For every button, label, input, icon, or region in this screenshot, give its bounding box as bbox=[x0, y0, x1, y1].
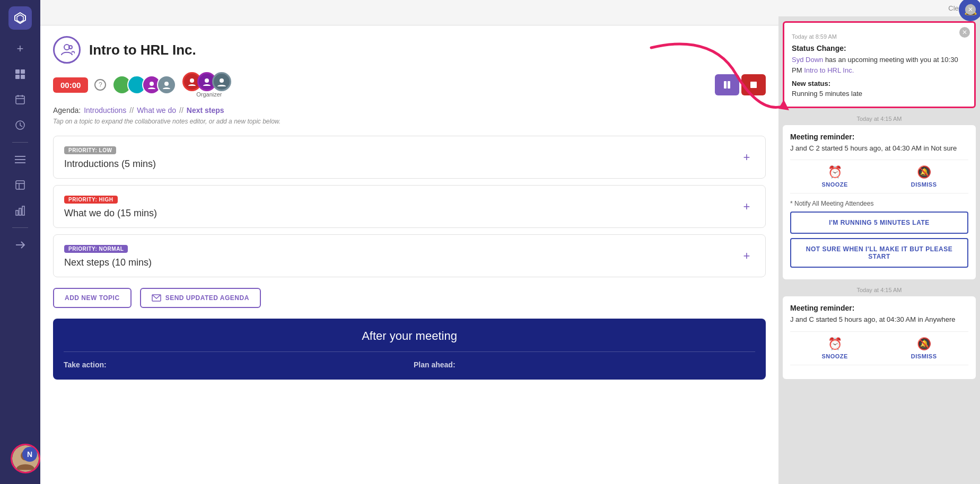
take-action-col: Take action: bbox=[64, 360, 405, 369]
dismiss-label-2: DISMISS bbox=[911, 353, 937, 359]
meeting-area: Intro to HRL Inc. 00:00 ? bbox=[40, 25, 778, 484]
topic-title-1: Introductions (5 mins) bbox=[64, 159, 156, 170]
svg-point-26 bbox=[220, 78, 224, 83]
after-meeting-grid: Take action: Plan ahead: bbox=[64, 351, 755, 369]
help-icon[interactable]: ? bbox=[94, 79, 106, 91]
notif-close-1[interactable]: ✕ bbox=[959, 27, 970, 38]
plan-ahead-col: Plan ahead: bbox=[414, 360, 755, 369]
expand-topic-3[interactable]: + bbox=[739, 248, 755, 264]
main-content: Intro to HRL Inc. 00:00 ? bbox=[40, 0, 778, 484]
sidebar-item-history[interactable] bbox=[10, 115, 31, 136]
reminder-title-1: Meeting reminder: bbox=[790, 133, 968, 141]
agenda-item-next-steps[interactable]: Next steps bbox=[187, 106, 224, 115]
svg-point-22 bbox=[150, 82, 154, 86]
svg-point-21 bbox=[69, 46, 72, 49]
topic-left-1: PRIORITY: LOW Introductions (5 mins) bbox=[64, 145, 156, 170]
meeting-title: Intro to HRL Inc. bbox=[89, 42, 196, 58]
agenda-item-introductions[interactable]: Introductions bbox=[84, 106, 126, 115]
avatar-4 bbox=[157, 75, 176, 94]
snooze-icon-2: ⏰ bbox=[828, 337, 842, 351]
snooze-label-2: SNOOZE bbox=[821, 353, 847, 359]
notif-timestamp-3: Today at 4:15 AM bbox=[778, 284, 980, 296]
add-new-topic-button[interactable]: ADD NEW TOPIC bbox=[53, 288, 132, 308]
dismiss-label-1: DISMISS bbox=[911, 181, 937, 188]
sidebar-item-dashboard[interactable] bbox=[10, 64, 31, 85]
n-badge[interactable]: N bbox=[22, 447, 37, 462]
snooze-icon-1: ⏰ bbox=[828, 165, 842, 179]
send-updated-agenda-button[interactable]: SEND UPDATED AGENDA bbox=[140, 288, 261, 308]
notif-card-reminder-1: ✕ Meeting reminder: J and C 2 started 5 … bbox=[783, 125, 976, 280]
not-sure-button[interactable]: NOT SURE WHEN I'LL MAKE IT BUT PLEASE ST… bbox=[790, 238, 968, 268]
svg-point-25 bbox=[205, 78, 209, 83]
notif-card-reminder-2: ✕ Meeting reminder: J and C started 5 ho… bbox=[783, 296, 976, 379]
app-logo[interactable] bbox=[8, 6, 32, 30]
svg-rect-5 bbox=[16, 96, 24, 104]
sidebar-item-add[interactable]: + bbox=[10, 38, 31, 59]
reminder-actions-2: ⏰ SNOOZE 🔕 DISMISS bbox=[790, 331, 968, 365]
svg-rect-4 bbox=[21, 75, 25, 79]
notif-timestamp-2: Today at 4:15 AM bbox=[778, 112, 980, 125]
snooze-label-1: SNOOZE bbox=[821, 181, 847, 188]
svg-point-24 bbox=[190, 78, 194, 83]
reminder-actions-1: ⏰ SNOOZE 🔕 DISMISS bbox=[790, 160, 968, 193]
avatar-group-organizer bbox=[182, 72, 231, 91]
end-button[interactable] bbox=[741, 74, 766, 95]
notif-link-person[interactable]: Syd Down bbox=[792, 56, 823, 64]
running-late-button[interactable]: I'M RUNNING 5 MINUTES LATE bbox=[790, 212, 968, 234]
notification-list: Today at 8:59 AM ✕ Status Change: Syd Do… bbox=[778, 17, 980, 484]
action-buttons: ADD NEW TOPIC SEND UPDATED AGENDA bbox=[53, 288, 766, 308]
topic-left-3: PRIORITY: NORMAL Next steps (10 mins) bbox=[64, 243, 152, 268]
svg-rect-3 bbox=[15, 75, 20, 79]
notif-timestamp-1: Today at 8:59 AM bbox=[792, 33, 967, 40]
expand-topic-2[interactable]: + bbox=[739, 199, 755, 215]
sidebar-item-analytics[interactable] bbox=[10, 200, 31, 221]
sidebar: + bbox=[0, 0, 40, 484]
svg-rect-16 bbox=[16, 210, 18, 215]
notif-link-meeting[interactable]: Intro to HRL Inc. bbox=[804, 66, 854, 74]
expand-topic-1[interactable]: + bbox=[739, 149, 755, 165]
priority-badge-1: PRIORITY: LOW bbox=[64, 146, 116, 154]
topic-card-2[interactable]: PRIORITY: HIGH What we do (15 mins) + bbox=[53, 185, 766, 228]
topic-left-2: PRIORITY: HIGH What we do (15 mins) bbox=[64, 194, 157, 219]
dismiss-icon-2: 🔕 bbox=[917, 337, 931, 351]
avatar-organizer-3 bbox=[212, 72, 231, 91]
sidebar-item-templates[interactable] bbox=[10, 174, 31, 196]
organizer-label: Organizer bbox=[196, 91, 222, 98]
sidebar-divider-2 bbox=[12, 227, 28, 228]
priority-badge-2: PRIORITY: HIGH bbox=[64, 196, 118, 204]
pause-button[interactable] bbox=[715, 74, 739, 95]
organizer-section: Organizer bbox=[182, 72, 231, 98]
sidebar-item-calendar[interactable] bbox=[10, 89, 31, 110]
agenda-sep-2: // bbox=[179, 106, 183, 115]
snooze-button-1[interactable]: ⏰ SNOOZE bbox=[821, 165, 847, 188]
topic-card-3[interactable]: PRIORITY: NORMAL Next steps (10 mins) + bbox=[53, 234, 766, 277]
add-topic-label: ADD NEW TOPIC bbox=[65, 294, 120, 302]
agenda-item-what-we-do[interactable]: What we do bbox=[137, 106, 176, 115]
timer-display: 00:00 bbox=[53, 77, 88, 93]
notif-card-status-change: Today at 8:59 AM ✕ Status Change: Syd Do… bbox=[783, 21, 976, 108]
meeting-header: Intro to HRL Inc. bbox=[53, 36, 766, 64]
send-agenda-label: SEND UPDATED AGENDA bbox=[165, 294, 249, 302]
sidebar-item-menu[interactable] bbox=[10, 149, 31, 170]
take-action-label: Take action: bbox=[64, 360, 405, 369]
top-bar bbox=[40, 0, 778, 25]
after-meeting-section: After your meeting Take action: Plan ahe… bbox=[53, 319, 766, 380]
reminder-title-2: Meeting reminder: bbox=[790, 304, 968, 312]
notif-body-status: Syd Down has an upcoming meeting with yo… bbox=[792, 55, 967, 75]
reminder-body-1: J and C 2 started 5 hours ago, at 04:30 … bbox=[790, 143, 968, 154]
notification-panel: Clear all 🔔 Today at 8:59 AM ✕ Status Ch… bbox=[778, 0, 980, 484]
agenda-hint: Tap on a topic to expand the collaborati… bbox=[53, 118, 766, 125]
reminder-body-text-1: J and C 2 started 5 hours ago, at 04:30 … bbox=[790, 144, 957, 152]
sidebar-item-forward[interactable] bbox=[10, 234, 31, 256]
sidebar-divider-1 bbox=[12, 142, 28, 143]
svg-rect-18 bbox=[22, 206, 24, 215]
dismiss-button-2[interactable]: 🔕 DISMISS bbox=[911, 337, 937, 359]
agenda-sep-1: // bbox=[129, 106, 134, 115]
record-buttons bbox=[715, 74, 766, 95]
notif-new-status-value: Running 5 minutes late bbox=[792, 89, 967, 99]
svg-rect-28 bbox=[728, 81, 730, 89]
topic-card-1[interactable]: PRIORITY: LOW Introductions (5 mins) + bbox=[53, 136, 766, 179]
snooze-button-2[interactable]: ⏰ SNOOZE bbox=[821, 337, 847, 359]
agenda-breadcrumb: Agenda: Introductions // What we do // N… bbox=[53, 106, 766, 115]
dismiss-button-1[interactable]: 🔕 DISMISS bbox=[911, 165, 937, 188]
